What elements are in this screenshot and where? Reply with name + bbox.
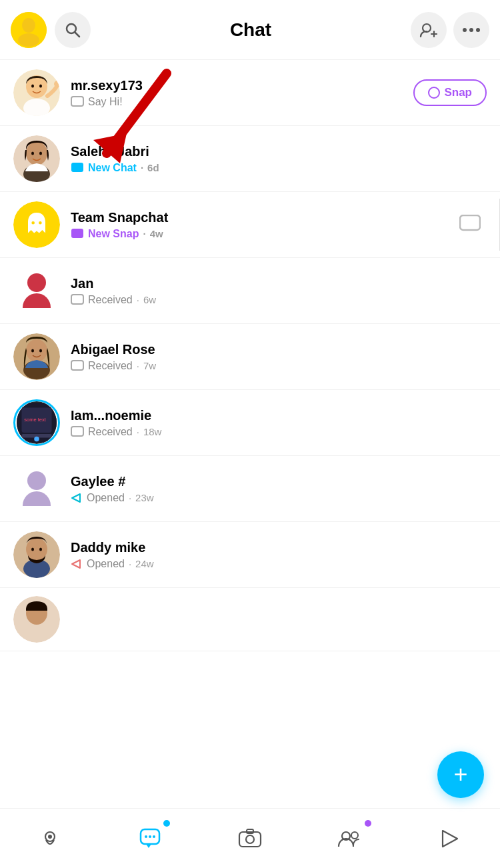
contact-name: mr.sexy173	[71, 78, 405, 93]
svg-rect-58	[239, 832, 261, 847]
svg-point-59	[246, 835, 254, 843]
avatar	[13, 333, 60, 380]
chat-notification-dot	[163, 820, 170, 827]
svg-point-48	[39, 548, 42, 551]
contact-name: Saleha Jabri	[71, 144, 487, 159]
chat-item[interactable]: Jan Received · 6w	[0, 258, 500, 324]
header: Chat	[0, 0, 500, 60]
chat-item[interactable]: Abigael Rose Received · 7w	[0, 324, 500, 390]
friends-icon	[337, 828, 363, 849]
svg-rect-36	[71, 361, 83, 370]
svg-rect-28	[71, 229, 83, 238]
chat-item[interactable]: mr.sexy173 Say Hi! Snap	[0, 60, 500, 126]
nav-item-camera[interactable]	[223, 819, 277, 859]
chat-item[interactable]: Gaylee # Opened · 23w	[0, 456, 500, 522]
avatar	[13, 465, 60, 512]
svg-point-33	[26, 339, 47, 362]
chat-info: Team Snapchat New Snap · 4w	[71, 210, 453, 240]
chat-icon-button[interactable]	[453, 215, 487, 235]
svg-point-23	[31, 152, 34, 155]
avatar	[13, 596, 60, 643]
snap-circle-icon	[428, 87, 440, 99]
chat-list: mr.sexy173 Say Hi! Snap	[0, 60, 500, 808]
svg-point-27	[39, 221, 42, 225]
svg-point-53	[48, 835, 52, 839]
friends-notification-dot	[365, 820, 371, 827]
chat-nav-icon	[139, 828, 161, 849]
chat-status: Received · 7w	[71, 360, 487, 372]
svg-point-57	[153, 835, 155, 838]
svg-point-8	[463, 28, 467, 32]
svg-point-56	[149, 835, 151, 838]
contact-name: Jan	[71, 276, 487, 291]
camera-icon	[238, 828, 262, 849]
chat-info: Daddy mike Opened · 24w	[71, 540, 487, 570]
svg-point-55	[145, 835, 147, 838]
avatar	[13, 201, 60, 248]
svg-point-34	[31, 349, 34, 353]
chat-info: Jan Received · 6w	[71, 276, 487, 306]
chat-status: Received · 18w	[71, 426, 487, 438]
more-button[interactable]	[453, 12, 489, 48]
new-chat-fab[interactable]: +	[437, 751, 484, 798]
nav-item-stories[interactable]	[423, 819, 477, 859]
page-title: Chat	[91, 19, 411, 41]
chat-info: Iam...noemie Received · 18w	[71, 408, 487, 438]
avatar	[13, 135, 60, 182]
chat-info: Gaylee # Opened · 23w	[71, 474, 487, 504]
search-button[interactable]	[55, 12, 91, 48]
chat-status: New Snap · 4w	[71, 228, 453, 240]
chat-item[interactable]: Daddy mike Opened · 24w	[0, 522, 500, 588]
chat-status: Say Hi!	[71, 96, 405, 108]
svg-point-35	[39, 349, 42, 353]
svg-rect-30	[71, 295, 83, 304]
stories-icon	[440, 828, 460, 849]
chat-info: Saleha Jabri New Chat · 6d	[71, 144, 487, 174]
svg-point-26	[31, 221, 35, 225]
svg-point-46	[26, 538, 47, 561]
contact-name: Iam...noemie	[71, 408, 487, 423]
svg-marker-43	[72, 494, 80, 502]
nav-item-friends[interactable]	[323, 819, 377, 859]
contact-name: Gaylee #	[71, 474, 487, 489]
svg-marker-49	[72, 560, 80, 568]
svg-point-10	[476, 28, 480, 32]
nav-item-chat[interactable]	[123, 819, 177, 859]
svg-point-41	[34, 437, 39, 442]
svg-point-17	[39, 85, 42, 88]
avatar: some text	[13, 399, 60, 446]
contact-name: Daddy mike	[71, 540, 487, 555]
avatar	[13, 267, 60, 314]
add-friend-button[interactable]	[411, 12, 447, 48]
chat-status: New Chat · 6d	[71, 162, 487, 174]
user-avatar[interactable]	[11, 12, 47, 48]
bottom-navigation	[0, 808, 500, 868]
svg-rect-25	[71, 163, 83, 172]
svg-rect-42	[71, 427, 83, 436]
svg-point-47	[31, 548, 34, 551]
chat-info: mr.sexy173 Say Hi!	[71, 78, 405, 108]
snap-button[interactable]: Snap	[413, 79, 487, 106]
svg-rect-29	[460, 215, 480, 230]
chat-item[interactable]: some text Iam...noemie Received · 18w	[0, 390, 500, 456]
svg-point-16	[31, 85, 34, 88]
chat-status: Opened · 24w	[71, 558, 487, 570]
svg-line-4	[75, 32, 80, 37]
chat-item[interactable]: Team Snapchat New Snap · 4w	[0, 192, 500, 258]
avatar	[13, 69, 60, 116]
chat-info: Abigael Rose Received · 7w	[71, 342, 487, 372]
svg-point-62	[351, 832, 358, 839]
map-icon	[39, 828, 61, 849]
plus-icon: +	[453, 763, 467, 787]
svg-point-1	[22, 18, 35, 33]
svg-point-22	[26, 141, 47, 165]
chat-item[interactable]: Saleha Jabri New Chat · 6d	[0, 126, 500, 192]
contact-name: Team Snapchat	[71, 210, 453, 225]
chat-status: Received · 6w	[71, 294, 487, 306]
chat-item[interactable]	[0, 588, 500, 651]
svg-text:some text: some text	[24, 417, 46, 423]
nav-item-map[interactable]	[23, 819, 77, 859]
svg-point-9	[469, 28, 473, 32]
contact-name: Abigael Rose	[71, 342, 487, 357]
chat-status: Opened · 23w	[71, 492, 487, 504]
